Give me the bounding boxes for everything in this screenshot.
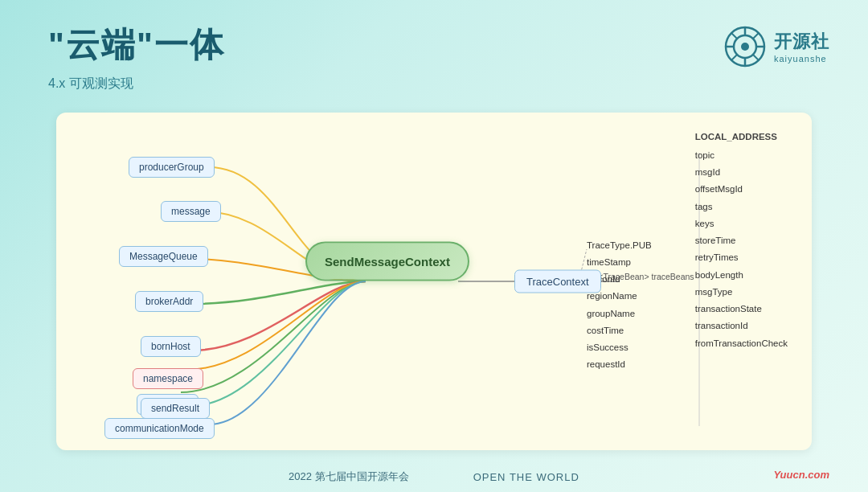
watermark: Yuucn.com (773, 469, 829, 481)
svg-line-8 (753, 55, 759, 60)
mindmap-container: producerGroup message MessageQueue broke… (56, 113, 812, 450)
node-producerGroup: producerGroup (129, 157, 215, 178)
node-traceContext: TraceContext (514, 269, 601, 293)
logo-en-text: kaiyuanshe (774, 54, 827, 64)
svg-line-9 (753, 33, 759, 39)
logo-icon (724, 26, 766, 68)
la-item-3: tags (695, 199, 788, 215)
trace-item-6: isSuccess (587, 339, 652, 356)
la-item-9: transactionState (695, 301, 788, 318)
logo-cn-text: 开源社 (774, 30, 829, 54)
la-item-1: msgId (695, 164, 788, 181)
svg-line-7 (731, 33, 737, 39)
slide-container: "云端"一体 开源社 kaiyuanshe 4.x 可观测实现 (0, 0, 868, 492)
trace-list: TraceType.PUB timeStamp regionId regionN… (587, 237, 652, 374)
svg-line-10 (731, 55, 737, 60)
logo-name: 开源社 kaiyuanshe (774, 30, 829, 64)
trace-item-7: requestId (587, 356, 652, 373)
la-item-10: transactionId (695, 318, 788, 334)
la-item-8: msgType (695, 284, 788, 301)
logo-area: 开源社 kaiyuanshe (724, 26, 829, 68)
footer: 2022 第七届中国开源年会 OPEN THE WORLD (0, 461, 868, 492)
node-messageQueue: MessageQueue (119, 246, 208, 267)
node-namespace: namespace (133, 368, 203, 389)
la-item-4: keys (695, 215, 788, 232)
trace-item-5: costTime (587, 322, 652, 339)
la-item-2: offsetMsgId (695, 181, 788, 198)
footer-year: 2022 第七届中国开源年会 (289, 469, 409, 484)
trace-item-0: TraceType.PUB (587, 237, 652, 254)
node-communicationMode: communicationMode (104, 418, 215, 439)
la-item-6: retryTimes (695, 249, 788, 266)
center-node: SendMessageContext (305, 241, 469, 281)
footer-slogan: OPEN THE WORLD (473, 471, 579, 483)
la-item-5: storeTime (695, 232, 788, 249)
subtitle: 4.x 可观测实现 (0, 76, 868, 92)
la-item-11: fromTransactionCheck (695, 335, 788, 352)
local-address-header: LOCAL_ADDRESS (695, 129, 788, 146)
la-item-7: bodyLength (695, 267, 788, 284)
trace-item-4: groupName (587, 305, 652, 322)
header: "云端"一体 开源社 kaiyuanshe (0, 0, 868, 76)
page-title: "云端"一体 (48, 23, 225, 68)
main-content: producerGroup message MessageQueue broke… (0, 100, 868, 461)
node-sendResult2: sendResult (141, 398, 210, 419)
svg-point-2 (741, 43, 749, 51)
node-message: message (161, 201, 221, 222)
local-address-list: LOCAL_ADDRESS topic msgId offsetMsgId ta… (695, 129, 788, 352)
trace-item-1: timeStamp (587, 254, 652, 271)
node-brokerAddr: brokerAddr (135, 291, 203, 312)
la-item-0: topic (695, 147, 788, 164)
node-bornHost: bornHost (141, 336, 201, 357)
